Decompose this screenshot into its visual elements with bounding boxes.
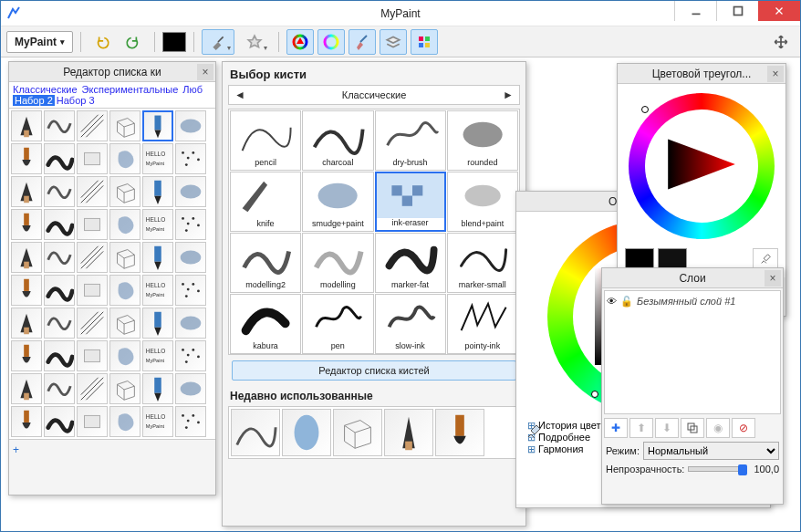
brush-thumbnail[interactable]	[77, 242, 108, 273]
layers-title[interactable]: Слои ×	[602, 268, 783, 288]
picker-brush-modelling[interactable]: modelling	[302, 233, 373, 293]
brush-thumbnail[interactable]	[175, 308, 206, 339]
layers-button[interactable]	[380, 29, 407, 55]
next-category-button[interactable]: ►	[503, 89, 514, 101]
move-canvas-button[interactable]	[767, 29, 795, 55]
brush-thumbnail[interactable]: HELLOMyPaint	[142, 275, 173, 306]
brush-thumbnail[interactable]	[109, 242, 140, 273]
brush-thumbnail[interactable]	[109, 373, 140, 404]
brush-thumbnail[interactable]	[77, 308, 108, 339]
brush-thumbnail[interactable]	[77, 373, 108, 404]
brush-thumbnail[interactable]	[175, 242, 206, 273]
brush-thumbnail[interactable]	[175, 406, 206, 437]
brush-thumbnail[interactable]	[175, 176, 206, 207]
brush-thumbnail[interactable]	[11, 406, 42, 437]
brush-thumbnail[interactable]	[175, 143, 206, 174]
app-menu-button[interactable]: MyPaint▾	[6, 31, 73, 53]
add-group-button[interactable]: +	[13, 443, 19, 456]
brush-thumbnail[interactable]	[175, 209, 206, 240]
brush-thumbnail[interactable]	[44, 373, 75, 404]
brush-thumbnail[interactable]	[142, 110, 173, 141]
brush-thumbnail[interactable]	[44, 340, 75, 371]
brush-list-editor-title[interactable]: Редактор списка ки ×	[9, 62, 215, 82]
brush-thumbnail[interactable]	[109, 209, 140, 240]
brush-group-tabs[interactable]: Классические Экспериментальные Люб Набор…	[9, 82, 215, 109]
move-layer-down-button[interactable]: ⬇	[655, 418, 679, 438]
brush-thumbnail[interactable]	[11, 143, 42, 174]
brush-thumbnail[interactable]	[11, 275, 42, 306]
recent-brush[interactable]	[231, 409, 280, 456]
brush-thumbnail[interactable]	[44, 406, 75, 437]
brush-thumbnail[interactable]	[44, 275, 75, 306]
brush-thumbnail[interactable]	[77, 143, 108, 174]
brush-thumbnail[interactable]	[142, 176, 173, 207]
brush-thumbnail[interactable]	[77, 275, 108, 306]
brush-thumbnail[interactable]	[109, 308, 140, 339]
color-triangle-title[interactable]: Цветовой треугол... ×	[618, 64, 785, 84]
visibility-icon[interactable]: 👁	[607, 296, 617, 307]
layer-row[interactable]: 👁 🔓 Безымянный слой #1	[607, 293, 778, 309]
picker-brush-smudge+paint[interactable]: smudge+paint	[302, 172, 373, 232]
brush-thumbnail[interactable]	[11, 373, 42, 404]
picker-brush-marker-fat[interactable]: marker-fat	[375, 233, 446, 293]
brush-thumbnail[interactable]	[11, 308, 42, 339]
picker-brush-pencil[interactable]: pencil	[230, 110, 301, 171]
brush-thumbnail[interactable]	[44, 143, 75, 174]
brush-thumbnail[interactable]: HELLOMyPaint	[142, 340, 173, 371]
brush-thumbnail[interactable]	[44, 110, 75, 141]
close-button[interactable]	[758, 1, 800, 21]
add-layer-button[interactable]: ✚	[604, 418, 628, 438]
scratchpad-button[interactable]	[411, 29, 438, 55]
color-handle[interactable]	[591, 391, 598, 398]
brush-thumbnail[interactable]	[77, 340, 108, 371]
plugin-tool-button[interactable]	[238, 29, 271, 55]
recent-brush[interactable]	[435, 409, 484, 456]
panel-close-button[interactable]: ×	[197, 64, 213, 80]
brush-thumbnail[interactable]	[77, 209, 108, 240]
current-color-swatch[interactable]	[162, 32, 186, 52]
panel-close-button[interactable]: ×	[767, 66, 784, 82]
opacity-slider[interactable]	[688, 466, 744, 472]
delete-layer-button[interactable]: ⊘	[732, 418, 755, 438]
brush-thumbnail[interactable]	[44, 176, 75, 207]
tab-nabor2[interactable]: Набор 2	[13, 95, 55, 106]
brush-thumbnail[interactable]	[109, 406, 140, 437]
picker-brush-kabura[interactable]: kabura	[230, 294, 301, 354]
brush-thumbnail[interactable]	[175, 275, 206, 306]
redo-button[interactable]	[120, 29, 147, 55]
merge-layer-button[interactable]: ◉	[706, 418, 730, 438]
color-wheel-button[interactable]	[286, 29, 314, 55]
picker-brush-dry-brush[interactable]: dry-brush	[375, 110, 446, 171]
blend-mode-select[interactable]: Нормальный	[643, 442, 779, 460]
picker-brush-knife[interactable]: knife	[230, 172, 301, 232]
tab-nabor3[interactable]: Набор 3	[57, 95, 95, 106]
picker-brush-slow-ink[interactable]: slow-ink	[375, 294, 446, 354]
brush-thumbnail[interactable]	[11, 110, 42, 141]
picker-brush-pen[interactable]: pen	[302, 294, 373, 354]
hue-handle[interactable]	[641, 106, 649, 113]
brush-thumbnail[interactable]	[11, 242, 42, 273]
brush-thumbnail[interactable]	[142, 242, 173, 273]
panel-close-button[interactable]: ×	[765, 270, 781, 287]
brush-thumbnail[interactable]	[77, 406, 108, 437]
picker-brush-marker-small[interactable]: marker-small	[447, 233, 518, 293]
brush-thumbnail[interactable]	[44, 242, 75, 273]
duplicate-layer-button[interactable]	[681, 418, 704, 438]
brush-thumbnail[interactable]	[109, 340, 140, 371]
color-ring-button[interactable]	[317, 29, 345, 55]
brush-thumbnail[interactable]	[142, 308, 173, 339]
brush-thumbnail[interactable]	[44, 209, 75, 240]
brush-list-editor-button[interactable]: Редактор списка кистей	[232, 360, 516, 381]
brush-thumbnail[interactable]	[44, 308, 75, 339]
picker-brush-blend+paint[interactable]: blend+paint	[447, 172, 518, 232]
prev-category-button[interactable]: ◄	[234, 89, 245, 101]
brush-thumbnail[interactable]	[109, 143, 140, 174]
brush-thumbnail[interactable]	[77, 110, 108, 141]
recent-brush[interactable]	[384, 409, 433, 456]
lock-icon[interactable]: 🔓	[620, 296, 633, 308]
picker-brush-ink-eraser[interactable]: ink-eraser	[375, 172, 446, 232]
picker-brush-pointy-ink[interactable]: pointy-ink	[447, 294, 518, 354]
brush-thumbnail[interactable]	[175, 373, 206, 404]
brush-thumbnail[interactable]	[77, 176, 108, 207]
brush-thumbnail[interactable]	[11, 340, 42, 371]
